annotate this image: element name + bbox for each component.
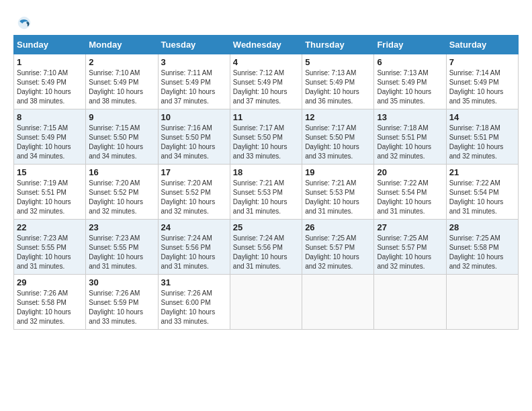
day-info: Sunrise: 7:15 AMSunset: 5:50 PMDaylight:… — [89, 124, 154, 161]
day-info: Sunrise: 7:17 AMSunset: 5:50 PMDaylight:… — [233, 124, 299, 161]
day-number: 25 — [233, 222, 299, 232]
day-number: 18 — [233, 167, 299, 177]
day-number: 20 — [377, 167, 443, 177]
calendar-week-row: 29Sunrise: 7:26 AMSunset: 5:58 PMDayligh… — [14, 275, 519, 330]
day-of-week-header: Monday — [86, 36, 158, 54]
calendar-table: SundayMondayTuesdayWednesdayThursdayFrid… — [13, 35, 519, 330]
day-of-week-header: Wednesday — [230, 36, 302, 54]
day-info: Sunrise: 7:25 AMSunset: 5:58 PMDaylight:… — [449, 234, 515, 271]
calendar-day-cell: 4Sunrise: 7:12 AMSunset: 5:49 PMDaylight… — [230, 54, 302, 109]
calendar-day-cell: 22Sunrise: 7:23 AMSunset: 5:55 PMDayligh… — [14, 220, 86, 275]
calendar-day-cell: 23Sunrise: 7:23 AMSunset: 5:55 PMDayligh… — [86, 220, 158, 275]
day-info: Sunrise: 7:17 AMSunset: 5:50 PMDaylight:… — [305, 124, 371, 161]
day-info: Sunrise: 7:19 AMSunset: 5:51 PMDaylight:… — [17, 179, 83, 216]
day-number: 22 — [17, 222, 83, 232]
day-of-week-header: Tuesday — [158, 36, 230, 54]
day-number: 13 — [377, 112, 443, 122]
day-number: 14 — [449, 112, 515, 122]
day-of-week-header: Sunday — [14, 36, 86, 54]
calendar-day-cell: 6Sunrise: 7:13 AMSunset: 5:49 PMDaylight… — [374, 54, 446, 109]
day-info: Sunrise: 7:26 AMSunset: 6:00 PMDaylight:… — [161, 289, 227, 326]
day-info: Sunrise: 7:14 AMSunset: 5:49 PMDaylight:… — [449, 68, 515, 106]
day-of-week-header: Thursday — [302, 36, 374, 54]
calendar-day-cell: 31Sunrise: 7:26 AMSunset: 6:00 PMDayligh… — [158, 275, 230, 330]
calendar-week-row: 8Sunrise: 7:15 AMSunset: 5:49 PMDaylight… — [14, 109, 519, 165]
day-info: Sunrise: 7:25 AMSunset: 5:57 PMDaylight:… — [377, 234, 443, 271]
calendar-week-row: 1Sunrise: 7:10 AMSunset: 5:49 PMDaylight… — [14, 54, 519, 109]
calendar-day-cell — [446, 275, 518, 330]
calendar-day-cell: 17Sunrise: 7:20 AMSunset: 5:52 PMDayligh… — [158, 165, 230, 220]
day-info: Sunrise: 7:22 AMSunset: 5:54 PMDaylight:… — [377, 179, 443, 216]
calendar-day-cell: 2Sunrise: 7:10 AMSunset: 5:49 PMDaylight… — [86, 54, 158, 109]
day-info: Sunrise: 7:21 AMSunset: 5:53 PMDaylight:… — [233, 179, 299, 216]
calendar-day-cell: 7Sunrise: 7:14 AMSunset: 5:49 PMDaylight… — [446, 54, 518, 109]
day-number: 6 — [377, 57, 443, 67]
calendar-day-cell: 30Sunrise: 7:26 AMSunset: 5:59 PMDayligh… — [86, 275, 158, 330]
calendar-day-cell: 26Sunrise: 7:25 AMSunset: 5:57 PMDayligh… — [302, 220, 374, 275]
day-number: 3 — [161, 57, 227, 67]
day-info: Sunrise: 7:16 AMSunset: 5:50 PMDaylight:… — [161, 124, 227, 161]
day-info: Sunrise: 7:21 AMSunset: 5:53 PMDaylight:… — [305, 179, 371, 216]
day-number: 31 — [161, 277, 227, 287]
day-number: 23 — [89, 222, 154, 232]
calendar-day-cell: 14Sunrise: 7:18 AMSunset: 5:51 PMDayligh… — [446, 109, 518, 165]
day-info: Sunrise: 7:10 AMSunset: 5:49 PMDaylight:… — [89, 68, 154, 106]
day-number: 17 — [161, 167, 227, 177]
calendar-day-cell: 15Sunrise: 7:19 AMSunset: 5:51 PMDayligh… — [14, 165, 86, 220]
day-of-week-header: Saturday — [446, 36, 518, 54]
calendar-week-row: 15Sunrise: 7:19 AMSunset: 5:51 PMDayligh… — [14, 165, 519, 220]
day-info: Sunrise: 7:25 AMSunset: 5:57 PMDaylight:… — [305, 234, 371, 271]
day-number: 29 — [17, 277, 83, 287]
day-number: 28 — [449, 222, 515, 232]
day-info: Sunrise: 7:22 AMSunset: 5:54 PMDaylight:… — [449, 179, 515, 216]
calendar-day-cell: 13Sunrise: 7:18 AMSunset: 5:51 PMDayligh… — [374, 109, 446, 165]
day-number: 26 — [305, 222, 371, 232]
day-info: Sunrise: 7:23 AMSunset: 5:55 PMDaylight:… — [17, 234, 83, 271]
calendar-day-cell: 12Sunrise: 7:17 AMSunset: 5:50 PMDayligh… — [302, 109, 374, 165]
day-info: Sunrise: 7:10 AMSunset: 5:49 PMDaylight:… — [17, 68, 83, 106]
day-number: 15 — [17, 167, 83, 177]
calendar-day-cell: 19Sunrise: 7:21 AMSunset: 5:53 PMDayligh… — [302, 165, 374, 220]
calendar-day-cell — [302, 275, 374, 330]
page-header — [13, 13, 519, 32]
day-of-week-header: Friday — [374, 36, 446, 54]
day-number: 4 — [233, 57, 299, 67]
calendar-day-cell: 3Sunrise: 7:11 AMSunset: 5:49 PMDaylight… — [158, 54, 230, 109]
day-info: Sunrise: 7:20 AMSunset: 5:52 PMDaylight:… — [89, 179, 154, 216]
calendar-day-cell: 1Sunrise: 7:10 AMSunset: 5:49 PMDaylight… — [14, 54, 86, 109]
day-number: 10 — [161, 112, 227, 122]
calendar-week-row: 22Sunrise: 7:23 AMSunset: 5:55 PMDayligh… — [14, 220, 519, 275]
calendar-header-row: SundayMondayTuesdayWednesdayThursdayFrid… — [14, 36, 519, 54]
calendar-day-cell: 21Sunrise: 7:22 AMSunset: 5:54 PMDayligh… — [446, 165, 518, 220]
day-number: 27 — [377, 222, 443, 232]
calendar-day-cell: 5Sunrise: 7:13 AMSunset: 5:49 PMDaylight… — [302, 54, 374, 109]
calendar-day-cell: 25Sunrise: 7:24 AMSunset: 5:56 PMDayligh… — [230, 220, 302, 275]
calendar-day-cell: 9Sunrise: 7:15 AMSunset: 5:50 PMDaylight… — [86, 109, 158, 165]
day-number: 30 — [89, 277, 154, 287]
day-info: Sunrise: 7:24 AMSunset: 5:56 PMDaylight:… — [233, 234, 299, 271]
day-number: 12 — [305, 112, 371, 122]
calendar-day-cell: 24Sunrise: 7:24 AMSunset: 5:56 PMDayligh… — [158, 220, 230, 275]
day-number: 7 — [449, 57, 515, 67]
day-info: Sunrise: 7:20 AMSunset: 5:52 PMDaylight:… — [161, 179, 227, 216]
logo-bird-icon — [15, 13, 34, 32]
calendar-day-cell: 28Sunrise: 7:25 AMSunset: 5:58 PMDayligh… — [446, 220, 518, 275]
day-info: Sunrise: 7:24 AMSunset: 5:56 PMDaylight:… — [161, 234, 227, 271]
calendar-day-cell: 20Sunrise: 7:22 AMSunset: 5:54 PMDayligh… — [374, 165, 446, 220]
day-info: Sunrise: 7:15 AMSunset: 5:49 PMDaylight:… — [17, 124, 83, 161]
logo — [13, 13, 34, 32]
day-info: Sunrise: 7:13 AMSunset: 5:49 PMDaylight:… — [377, 68, 443, 106]
day-number: 19 — [305, 167, 371, 177]
calendar-day-cell: 8Sunrise: 7:15 AMSunset: 5:49 PMDaylight… — [14, 109, 86, 165]
calendar-day-cell: 11Sunrise: 7:17 AMSunset: 5:50 PMDayligh… — [230, 109, 302, 165]
calendar-day-cell: 27Sunrise: 7:25 AMSunset: 5:57 PMDayligh… — [374, 220, 446, 275]
day-info: Sunrise: 7:18 AMSunset: 5:51 PMDaylight:… — [377, 124, 443, 161]
day-info: Sunrise: 7:26 AMSunset: 5:58 PMDaylight:… — [17, 289, 83, 326]
day-number: 8 — [17, 112, 83, 122]
day-number: 16 — [89, 167, 154, 177]
day-info: Sunrise: 7:26 AMSunset: 5:59 PMDaylight:… — [89, 289, 154, 326]
day-number: 24 — [161, 222, 227, 232]
day-info: Sunrise: 7:13 AMSunset: 5:49 PMDaylight:… — [305, 68, 371, 106]
day-number: 5 — [305, 57, 371, 67]
calendar-day-cell: 18Sunrise: 7:21 AMSunset: 5:53 PMDayligh… — [230, 165, 302, 220]
